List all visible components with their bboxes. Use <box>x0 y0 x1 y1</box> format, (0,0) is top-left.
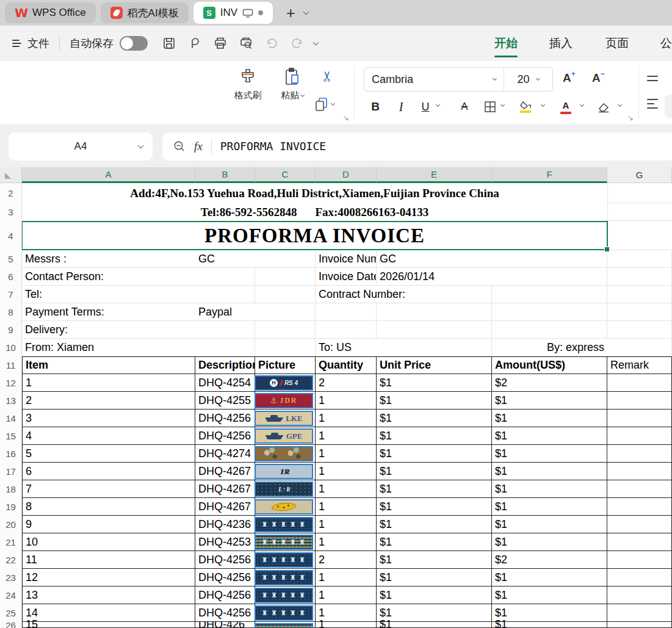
paste-button[interactable]: 粘贴 <box>273 67 311 101</box>
row-header-24[interactable]: 24 <box>0 586 21 604</box>
cell-unit-price-row18[interactable]: $1 <box>377 480 492 498</box>
cell-description-row23[interactable]: DHQ-4256 <box>195 569 255 586</box>
cell-item-number-row18[interactable]: 7 <box>22 480 195 498</box>
product-picture-lh[interactable]: ♜ ♜ ♜ ♜ ♜ <box>255 552 313 568</box>
product-picture-car[interactable]: HRS 4 <box>255 375 313 391</box>
zoom-out-icon[interactable] <box>173 140 186 153</box>
cell-remark-row18[interactable] <box>607 480 672 498</box>
row-header-9[interactable]: 9 <box>0 321 21 339</box>
cell-D8[interactable] <box>316 303 377 321</box>
table-header-unit-price[interactable]: Unit Price <box>377 356 492 374</box>
row-header-2[interactable]: 2 <box>0 183 21 203</box>
row-header-12[interactable]: 12 <box>0 374 21 392</box>
cell-unit-price-row19[interactable]: $1 <box>377 498 492 516</box>
table-header-description[interactable]: Description <box>195 356 255 374</box>
copy-chevron-icon[interactable] <box>331 101 335 106</box>
empty-cell[interactable] <box>607 203 672 221</box>
cell-item-number-row24[interactable]: 13 <box>22 586 195 604</box>
tab-list-chevron-icon[interactable] <box>303 9 309 15</box>
cell-picture-row21[interactable]: ♜ ♜ ♜ ♜ ♜ <box>255 533 316 551</box>
new-tab-button[interactable]: + <box>286 5 295 21</box>
row-header-5[interactable]: 5 <box>0 250 21 268</box>
cell-item-number-row14[interactable]: 3 <box>22 410 195 427</box>
row-header-19[interactable]: 19 <box>0 498 21 516</box>
font-group-expand-icon[interactable]: ↘ <box>627 114 634 122</box>
cell-amount-row12[interactable]: $2 <box>492 374 607 392</box>
cell-C10[interactable] <box>255 339 316 356</box>
product-picture-emblem[interactable]: ⚓JDR <box>255 393 313 408</box>
cell-C7[interactable] <box>255 286 316 303</box>
row-header-11[interactable]: 11 <box>0 356 21 374</box>
cell-G5[interactable] <box>607 250 672 268</box>
cell-unit-price-row12[interactable]: $1 <box>377 374 492 392</box>
tab-docer-templates[interactable]: 稻壳AI模板 <box>101 2 189 23</box>
cell-description-row15[interactable]: DHQ-4256 <box>195 427 255 445</box>
cell-A9[interactable]: Delivery: <box>22 321 195 339</box>
cell-quantity-row22[interactable]: 2 <box>316 551 377 569</box>
cell-quantity-row20[interactable]: 1 <box>316 516 377 533</box>
cell-description-row18[interactable]: DHQ-4267 <box>195 480 255 498</box>
cell-amount-row20[interactable]: $1 <box>492 516 607 533</box>
cell-quantity-row21[interactable]: 1 <box>316 533 377 551</box>
cell-amount-row19[interactable]: $1 <box>492 498 607 516</box>
empty-cell[interactable] <box>607 183 672 203</box>
table-header-picture[interactable]: Picture <box>255 356 316 374</box>
font-color-chevron-icon[interactable] <box>580 103 584 107</box>
cell-C6[interactable] <box>255 268 316 286</box>
cell-description-row20[interactable]: DHQ-4236 <box>195 516 255 533</box>
cell-amount-row14[interactable]: $1 <box>492 410 607 427</box>
cell-remark-row20[interactable] <box>607 516 672 533</box>
italic-button[interactable]: I <box>392 96 410 117</box>
cell-item-number-row21[interactable]: 10 <box>22 533 195 551</box>
cell-item-number-row26[interactable]: 15 <box>22 622 195 628</box>
decrease-font-button[interactable]: A− <box>592 71 605 85</box>
cell-item-number-row19[interactable]: 8 <box>22 498 195 516</box>
underline-chevron-icon[interactable] <box>436 103 440 107</box>
cell-quantity-row24[interactable]: 1 <box>316 586 377 604</box>
cell-E10[interactable] <box>377 339 492 356</box>
cell-quantity-row16[interactable]: 1 <box>316 445 377 463</box>
cell-item-number-row23[interactable]: 12 <box>22 569 195 586</box>
cell-picture-row18[interactable]: L·R <box>255 480 316 498</box>
cell-F6[interactable] <box>492 268 607 286</box>
cell-D10[interactable]: To: US <box>316 339 377 356</box>
cell-amount-row26[interactable]: $1 <box>492 622 607 628</box>
cell-G10[interactable] <box>607 339 672 356</box>
cell-picture-row14[interactable]: LKE <box>255 410 316 427</box>
header-merge-cell[interactable]: Tel:86-592-5562848Fax:4008266163-04133 <box>22 203 607 221</box>
invoice-title-cell[interactable]: PROFORMA INVOICE <box>22 221 607 250</box>
cell-E9[interactable] <box>377 321 492 339</box>
formula-input-area[interactable]: fx PROFORMA INVOICE <box>162 132 672 161</box>
cell-item-number-row13[interactable]: 2 <box>22 392 195 410</box>
cell-remark-row15[interactable] <box>607 427 672 445</box>
cell-remark-row19[interactable] <box>607 498 672 516</box>
font-size-select[interactable]: 20 <box>504 68 552 91</box>
strikethrough-button[interactable]: A <box>457 96 472 117</box>
cell-F10[interactable]: By: express <box>492 339 607 356</box>
cell-description-row22[interactable]: DHQ-4256 <box>195 551 255 569</box>
cell-A10[interactable]: From: Xiamen <box>22 339 195 356</box>
cell-B7[interactable] <box>195 286 255 303</box>
cell-picture-row15[interactable]: GPE <box>255 427 316 445</box>
column-header-F[interactable]: F <box>492 167 607 183</box>
format-painter-button[interactable]: 格式刷 <box>227 67 269 101</box>
row-header-8[interactable]: 8 <box>0 303 21 321</box>
cell-description-row26[interactable]: DHQ-426 <box>195 622 255 628</box>
cell-item-number-row20[interactable]: 9 <box>22 516 195 533</box>
column-header-E[interactable]: E <box>377 167 492 183</box>
row-header-13[interactable]: 13 <box>0 392 21 410</box>
cell-amount-row21[interactable]: $1 <box>492 533 607 551</box>
clear-format-button[interactable] <box>597 96 610 117</box>
row-header-22[interactable]: 22 <box>0 551 21 569</box>
cell-unit-price-row25[interactable]: $1 <box>377 604 492 622</box>
cell-quantity-row23[interactable]: 1 <box>316 569 377 586</box>
cell-picture-row22[interactable]: ♜ ♜ ♜ ♜ ♜ <box>255 551 316 569</box>
copy-button[interactable] <box>314 96 345 112</box>
cell-description-row21[interactable]: DHQ-4253 <box>195 533 255 551</box>
cell-B5[interactable]: GC <box>195 250 255 268</box>
table-header-item[interactable]: Item <box>22 356 195 374</box>
cell-unit-price-row23[interactable]: $1 <box>377 569 492 586</box>
cell-remark-row13[interactable] <box>607 392 672 410</box>
cell-picture-row25[interactable]: ♜ ♜ ♜ ♜ ♜ <box>255 604 316 622</box>
tab-wps-office[interactable]: W WPS Office <box>5 2 96 23</box>
